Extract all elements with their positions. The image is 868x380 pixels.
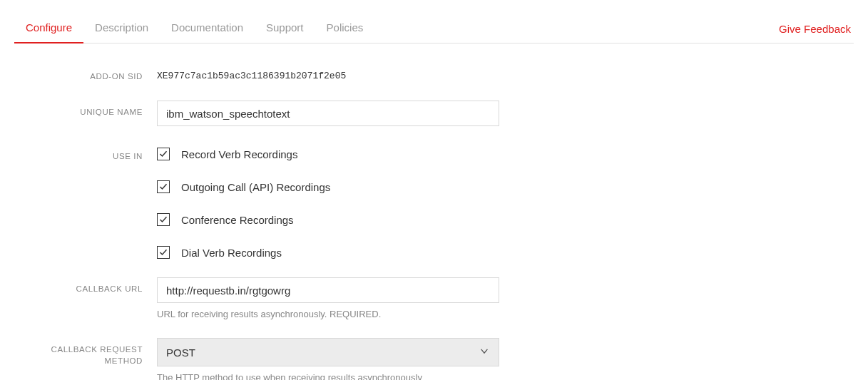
checkbox-conference[interactable] (157, 213, 170, 226)
addon-sid-label: ADD-ON SID (14, 65, 157, 82)
use-in-checkbox-list: Record Verb Recordings Outgoing Call (AP… (157, 145, 499, 259)
tab-policies[interactable]: Policies (315, 14, 375, 43)
checkbox-label-dial-verb: Dial Verb Recordings (181, 247, 282, 259)
unique-name-label: UNIQUE NAME (14, 101, 157, 118)
callback-url-helper: URL for receiving results asynchronously… (157, 309, 499, 319)
checkbox-row-outgoing-call: Outgoing Call (API) Recordings (157, 180, 499, 193)
checkbox-dial-verb[interactable] (157, 246, 170, 259)
use-in-label: USE IN (14, 145, 157, 162)
unique-name-input[interactable] (157, 101, 499, 126)
addon-sid-value: XE977c7ac1b59ac3c1186391b2071f2e05 (157, 65, 499, 81)
check-icon (159, 248, 168, 257)
tab-description[interactable]: Description (83, 14, 160, 43)
callback-method-helper: The HTTP method to use when receiving re… (157, 372, 499, 380)
callback-method-select[interactable]: POST (157, 338, 499, 366)
checkbox-label-record-verb: Record Verb Recordings (181, 148, 297, 160)
checkbox-row-dial-verb: Dial Verb Recordings (157, 246, 499, 259)
tabs-bar: Configure Description Documentation Supp… (14, 14, 854, 43)
tabs: Configure Description Documentation Supp… (14, 14, 374, 43)
checkbox-row-record-verb: Record Verb Recordings (157, 148, 499, 160)
callback-url-input[interactable] (157, 277, 499, 303)
checkbox-label-outgoing-call: Outgoing Call (API) Recordings (181, 181, 330, 193)
tab-documentation[interactable]: Documentation (160, 14, 255, 43)
checkbox-row-conference: Conference Recordings (157, 213, 499, 226)
give-feedback-link[interactable]: Give Feedback (779, 23, 854, 35)
checkbox-record-verb[interactable] (157, 148, 170, 160)
callback-url-label: CALLBACK URL (14, 277, 157, 294)
callback-method-label: CALLBACK REQUEST METHOD (14, 338, 157, 366)
check-icon (159, 150, 168, 158)
checkbox-label-conference: Conference Recordings (181, 214, 294, 226)
tab-support[interactable]: Support (255, 14, 315, 43)
callback-method-value: POST (166, 346, 195, 359)
tab-configure[interactable]: Configure (14, 14, 83, 43)
check-icon (159, 215, 168, 224)
check-icon (159, 183, 168, 191)
checkbox-outgoing-call[interactable] (157, 180, 170, 193)
